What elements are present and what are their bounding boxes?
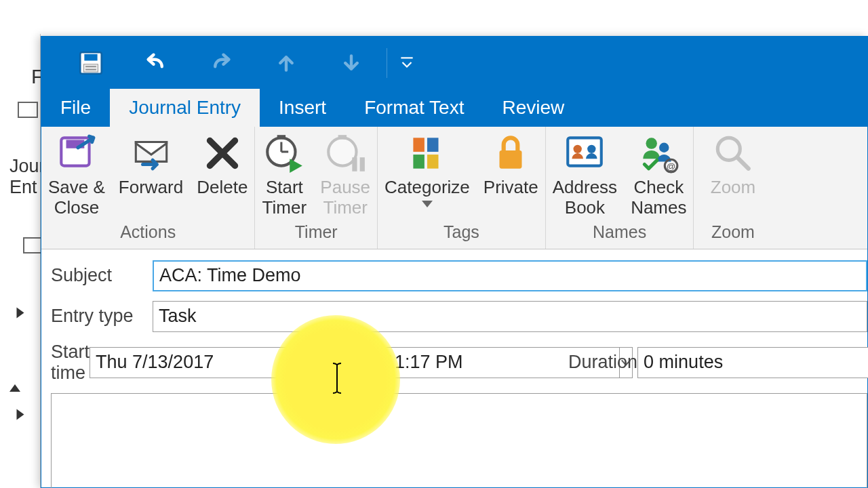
svg-rect-15 xyxy=(353,157,357,171)
journal-entry-window: File Journal Entry Insert Format Text Re… xyxy=(41,36,868,488)
pause-timer-button: Pause Timer xyxy=(313,129,377,220)
undo-button[interactable] xyxy=(123,37,189,89)
address-book-label: Address Book xyxy=(553,178,617,218)
tab-journal-entry[interactable]: Journal Entry xyxy=(110,89,260,127)
tab-format-text[interactable]: Format Text xyxy=(345,89,483,127)
chevron-down-icon xyxy=(422,201,433,207)
svg-text:@: @ xyxy=(667,161,676,171)
save-close-label: Save & Close xyxy=(48,178,105,218)
svg-point-25 xyxy=(646,138,658,149)
group-label-actions: Actions xyxy=(41,220,254,246)
group-label-zoom: Zoom xyxy=(694,220,772,246)
categorize-icon xyxy=(405,131,450,176)
group-actions: Save & Close Forward Delete Actions xyxy=(41,127,255,249)
save-and-close-button[interactable]: Save & Close xyxy=(41,129,112,220)
group-zoom: Zoom Zoom xyxy=(694,127,772,249)
svg-rect-16 xyxy=(360,157,365,171)
separator xyxy=(387,48,387,78)
zoom-label: Zoom xyxy=(711,178,755,198)
entry-type-label: Entry type xyxy=(51,306,153,327)
previous-item-button[interactable] xyxy=(254,37,319,89)
bg-icon xyxy=(18,102,38,118)
private-button[interactable]: Private xyxy=(477,129,545,199)
svg-rect-3 xyxy=(84,64,98,72)
chevron-icon xyxy=(17,308,24,319)
group-tags: Categorize Private Tags xyxy=(378,127,546,249)
duration-label: Duration xyxy=(568,352,637,373)
svg-line-30 xyxy=(737,157,749,169)
forward-button[interactable]: Forward xyxy=(112,129,190,199)
chevron-icon xyxy=(9,377,20,392)
next-item-button[interactable] xyxy=(319,37,384,89)
duration-input[interactable] xyxy=(637,347,868,378)
save-button[interactable] xyxy=(58,37,123,89)
svg-rect-32 xyxy=(337,357,353,360)
pause-timer-icon xyxy=(323,131,368,176)
svg-rect-36 xyxy=(347,364,351,367)
redo-button[interactable] xyxy=(189,37,254,89)
categorize-button[interactable]: Categorize xyxy=(378,129,477,209)
arrow-up-icon xyxy=(272,49,300,77)
chevron-icon xyxy=(17,409,24,420)
arrow-down-icon xyxy=(337,49,366,77)
svg-rect-20 xyxy=(427,155,439,169)
customize-qat-button[interactable] xyxy=(390,54,424,72)
start-timer-button[interactable]: Start Timer xyxy=(255,129,313,220)
background-label: Jour Ent xyxy=(9,156,45,198)
tab-file[interactable]: File xyxy=(41,89,110,127)
group-label-timer: Timer xyxy=(255,220,377,246)
journal-body-area[interactable] xyxy=(51,393,867,488)
group-names: Address Book @ Check Names Names xyxy=(546,127,694,249)
start-date-input[interactable] xyxy=(90,347,327,378)
start-time-label: Start time xyxy=(51,342,90,384)
save-icon xyxy=(77,49,105,77)
categorize-label: Categorize xyxy=(384,178,470,198)
subject-input[interactable] xyxy=(153,260,867,291)
svg-rect-19 xyxy=(413,155,425,169)
group-label-names: Names xyxy=(546,220,694,246)
pause-timer-label: Pause Timer xyxy=(320,178,370,218)
group-timer: Start Timer Pause Timer Timer xyxy=(255,127,378,249)
svg-point-26 xyxy=(659,143,669,152)
subject-label: Subject xyxy=(51,265,153,286)
background-window: F Jour Ent xyxy=(0,34,41,488)
delete-label: Delete xyxy=(197,178,248,198)
date-picker-button[interactable] xyxy=(327,347,362,378)
customize-icon xyxy=(398,54,416,72)
start-timer-icon xyxy=(262,131,307,176)
svg-point-23 xyxy=(574,145,582,153)
entry-type-input[interactable] xyxy=(153,301,867,332)
check-names-button[interactable]: @ Check Names xyxy=(624,129,693,220)
quick-access-toolbar xyxy=(41,37,424,89)
svg-rect-10 xyxy=(277,135,285,139)
svg-rect-21 xyxy=(500,150,522,169)
svg-rect-22 xyxy=(568,138,602,165)
start-timer-label: Start Timer xyxy=(262,178,307,218)
group-label-tags: Tags xyxy=(378,220,545,246)
private-label: Private xyxy=(484,178,538,198)
forward-label: Forward xyxy=(119,178,183,198)
svg-point-24 xyxy=(588,145,596,153)
undo-icon xyxy=(142,49,170,77)
zoom-icon xyxy=(711,131,755,176)
zoom-button: Zoom xyxy=(694,129,772,199)
svg-rect-2 xyxy=(84,54,97,61)
calendar-icon xyxy=(335,353,354,372)
title-bar xyxy=(41,37,867,89)
redo-icon xyxy=(207,49,235,77)
address-book-button[interactable]: Address Book xyxy=(546,129,624,220)
address-book-icon xyxy=(562,131,607,176)
save-close-icon xyxy=(54,131,99,176)
delete-icon xyxy=(200,131,245,176)
lock-icon xyxy=(488,131,533,176)
svg-rect-17 xyxy=(413,138,425,152)
ribbon: Save & Close Forward Delete Actions Star… xyxy=(41,127,867,249)
check-names-label: Check Names xyxy=(631,178,686,218)
journal-form: Subject Entry type Start time Duration xyxy=(41,249,867,488)
delete-button[interactable]: Delete xyxy=(190,129,254,199)
tab-review[interactable]: Review xyxy=(483,89,583,127)
ribbon-tabs: File Journal Entry Insert Format Text Re… xyxy=(41,89,867,127)
svg-rect-18 xyxy=(427,138,439,152)
check-names-icon: @ xyxy=(636,131,681,176)
tab-insert[interactable]: Insert xyxy=(260,89,345,127)
